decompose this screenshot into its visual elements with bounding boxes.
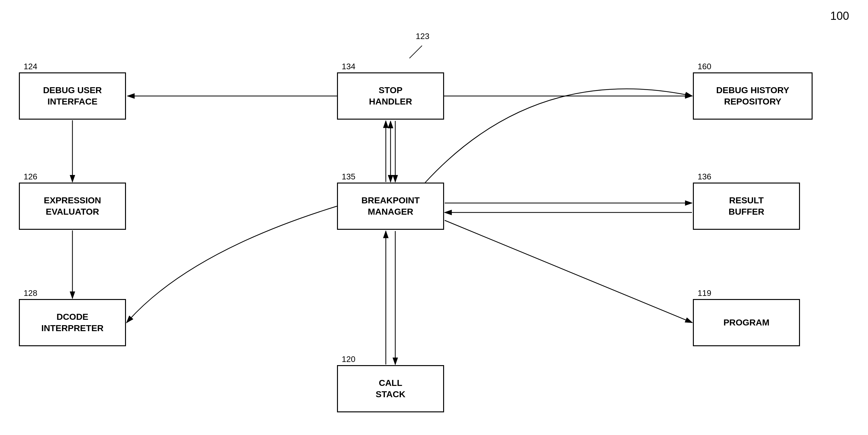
diagram-ref-label: 123 — [416, 31, 429, 41]
ref-119: 119 — [698, 288, 711, 298]
ref-136: 136 — [698, 172, 711, 181]
ref-124: 124 — [24, 62, 37, 71]
breakpoint-mgr-box: BREAKPOINTMANAGER — [337, 182, 444, 230]
ref-160: 160 — [698, 62, 711, 71]
ref-134: 134 — [342, 62, 355, 71]
program-box: PROGRAM — [693, 299, 800, 346]
stop-handler-box: STOPHANDLER — [337, 72, 444, 120]
dcode-interp-box: DCODEINTERPRETER — [19, 299, 126, 346]
debug-history-box: DEBUG HISTORYREPOSITORY — [693, 72, 812, 120]
svg-line-2 — [409, 46, 422, 58]
diagram-container: 100 123 124 134 160 126 135 136 128 120 … — [0, 0, 868, 435]
call-stack-box: CALLSTACK — [337, 365, 444, 412]
ref-120: 120 — [342, 355, 355, 364]
debug-ui-box: DEBUG USERINTERFACE — [19, 72, 126, 120]
page-number: 100 — [830, 9, 849, 23]
result-buffer-box: RESULTBUFFER — [693, 182, 800, 230]
ref-126: 126 — [24, 172, 37, 181]
expression-eval-box: EXPRESSIONEVALUATOR — [19, 182, 126, 230]
ref-135: 135 — [342, 172, 355, 181]
ref-128: 128 — [24, 288, 37, 298]
